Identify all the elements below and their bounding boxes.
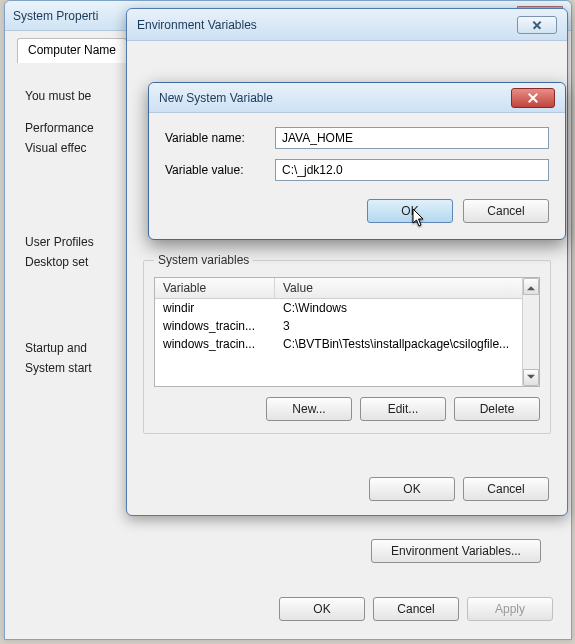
cancel-button[interactable]: Cancel [463,199,549,223]
new-button[interactable]: New... [266,397,352,421]
close-icon[interactable] [517,16,557,34]
variable-value-label: Variable value: [165,163,265,177]
ok-button[interactable]: OK [279,597,365,621]
scrollbar[interactable] [522,278,539,386]
close-icon[interactable] [511,88,555,108]
cancel-button[interactable]: Cancel [463,477,549,501]
tab-label: Computer Name [28,43,116,57]
system-variables-group: System variables Variable Value windir C… [143,253,551,434]
apply-button[interactable]: Apply [467,597,553,621]
env-titlebar[interactable]: Environment Variables [127,9,567,41]
system-properties-title: System Properti [13,9,98,23]
list-header: Variable Value [155,278,539,299]
table-row[interactable]: windir C:\Windows [155,299,539,317]
environment-variables-button[interactable]: Environment Variables... [371,539,541,563]
env-title: Environment Variables [137,18,257,32]
newvar-title: New System Variable [159,91,273,105]
col-value[interactable]: Value [275,278,539,298]
tab-computer-name[interactable]: Computer Name [17,38,127,63]
table-row[interactable]: windows_tracin... C:\BVTBin\Tests\instal… [155,335,539,353]
variable-name-label: Variable name: [165,131,265,145]
cancel-button[interactable]: Cancel [373,597,459,621]
table-row[interactable]: windows_tracin... 3 [155,317,539,335]
variable-value-input[interactable] [275,159,549,181]
new-system-variable-dialog: New System Variable Variable name: Varia… [148,82,566,240]
system-variables-legend: System variables [154,253,253,267]
col-variable[interactable]: Variable [155,278,275,298]
delete-button[interactable]: Delete [454,397,540,421]
system-variables-list[interactable]: Variable Value windir C:\Windows windows… [154,277,540,387]
ok-button[interactable]: OK [367,199,453,223]
ok-button[interactable]: OK [369,477,455,501]
scroll-down-icon[interactable] [523,369,539,386]
system-properties-footer: OK Cancel Apply [279,597,553,621]
newvar-titlebar[interactable]: New System Variable [149,83,565,113]
variable-name-input[interactable] [275,127,549,149]
scroll-up-icon[interactable] [523,278,539,295]
edit-button[interactable]: Edit... [360,397,446,421]
